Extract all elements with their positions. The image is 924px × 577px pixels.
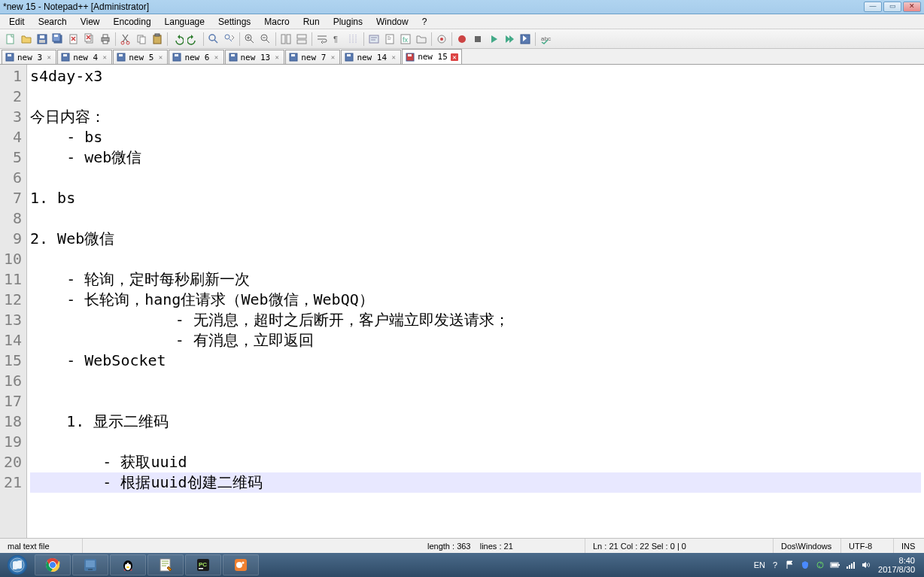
tray-volume-icon[interactable] (860, 560, 871, 570)
tab-close-icon[interactable]: ✕ (390, 53, 397, 61)
undo-icon[interactable] (170, 32, 185, 47)
file-tab[interactable]: new 15✕ (402, 49, 462, 64)
code-line[interactable]: - 轮询，定时每秒刷新一次 (30, 269, 921, 290)
tray-shield-icon[interactable] (800, 560, 810, 570)
code-line[interactable]: 今日内容： (30, 107, 921, 127)
stop-macro-icon[interactable] (470, 32, 485, 47)
file-tab[interactable]: new 14✕ (341, 50, 401, 64)
menu-view[interactable]: View (74, 15, 106, 29)
tab-close-icon[interactable]: ✕ (157, 53, 164, 61)
code-line[interactable] (30, 249, 921, 269)
menu-search[interactable]: Search (32, 15, 73, 29)
tab-close-icon[interactable]: ✕ (329, 53, 336, 61)
taskbar-qq-icon[interactable] (110, 554, 146, 575)
tray-network-icon[interactable] (845, 560, 856, 570)
open-file-icon[interactable] (19, 32, 34, 47)
taskbar-notepadpp-icon[interactable] (147, 554, 184, 575)
code-line[interactable] (30, 391, 921, 411)
tray-battery-icon[interactable] (830, 560, 840, 570)
sync-v-icon[interactable] (278, 32, 293, 47)
code-line[interactable] (30, 371, 921, 391)
menu-edit[interactable]: Edit (3, 15, 31, 29)
word-wrap-icon[interactable] (315, 32, 330, 47)
menu-?[interactable]: ? (416, 15, 433, 29)
taskbar-chrome-icon[interactable] (35, 554, 71, 575)
code-line[interactable] (30, 87, 921, 107)
maximize-button[interactable]: ▭ (883, 2, 901, 12)
cut-icon[interactable] (118, 32, 133, 47)
save-all-icon[interactable] (50, 32, 65, 47)
show-all-chars-icon[interactable]: ¶ (330, 32, 345, 47)
redo-icon[interactable] (186, 32, 201, 47)
code-line[interactable]: 1. bs (30, 188, 921, 208)
close-button[interactable]: ✕ (903, 2, 921, 12)
save-icon[interactable] (35, 32, 50, 47)
taskbar-vmware-icon[interactable] (72, 554, 108, 575)
tab-close-icon[interactable]: ✕ (273, 53, 281, 61)
tray-clock[interactable]: 8:40 2017/8/30 (875, 556, 918, 574)
tray-flag-icon[interactable] (785, 560, 795, 570)
code-line[interactable]: - WebSocket (30, 351, 921, 371)
menu-encoding[interactable]: Encoding (108, 15, 157, 29)
play-macro-icon[interactable] (486, 32, 501, 47)
code-line[interactable]: - web微信 (30, 147, 921, 168)
taskbar-pycharm-icon[interactable]: PC (185, 554, 221, 575)
code-line[interactable]: - 无消息，超时之后断开，客户端立即发送请求； (30, 310, 921, 330)
tray-lang[interactable]: EN (754, 560, 765, 569)
tab-close-icon[interactable]: ✕ (101, 53, 108, 61)
tab-close-icon[interactable]: ✕ (45, 53, 53, 61)
print-icon[interactable] (98, 32, 113, 47)
code-line[interactable] (30, 208, 921, 229)
code-line[interactable]: - 根据uuid创建二维码 (30, 472, 921, 493)
start-button[interactable] (2, 554, 33, 576)
close-all-icon[interactable] (82, 32, 97, 47)
code-content[interactable]: s4day-x3 今日内容： - bs - web微信 1. bs 2. Web… (27, 65, 924, 538)
editor-area[interactable]: 123456789101112131415161718192021 s4day-… (0, 65, 924, 538)
menu-macro[interactable]: Macro (258, 15, 295, 29)
play-multi-icon[interactable] (502, 32, 517, 47)
copy-icon[interactable] (134, 32, 149, 47)
folder-panel-icon[interactable] (414, 32, 429, 47)
tray-sync-icon[interactable] (815, 560, 825, 570)
new-file-icon[interactable] (3, 32, 18, 47)
menu-window[interactable]: Window (370, 15, 415, 29)
code-line[interactable]: 1. 显示二维码 (30, 411, 921, 432)
code-line[interactable] (30, 432, 921, 452)
menu-plugins[interactable]: Plugins (327, 15, 369, 29)
close-file-icon[interactable] (66, 32, 81, 47)
code-line[interactable]: - 有消息，立即返回 (30, 330, 921, 351)
file-tab[interactable]: new 3✕ (2, 50, 56, 64)
code-line[interactable]: 2. Web微信 (30, 229, 921, 249)
tab-close-icon[interactable]: ✕ (213, 53, 220, 61)
code-line[interactable]: s4day-x3 (30, 66, 921, 87)
replace-icon[interactable] (222, 32, 237, 47)
doc-map-icon[interactable] (382, 32, 397, 47)
file-tab[interactable]: new 13✕ (225, 50, 285, 64)
code-line[interactable]: - 获取uuid (30, 452, 921, 472)
code-line[interactable]: - 长轮询，hang住请求（Web微信，WebQQ） (30, 290, 921, 310)
file-tab[interactable]: new 6✕ (169, 50, 223, 64)
minimize-button[interactable]: — (864, 2, 882, 12)
udl-icon[interactable] (366, 32, 381, 47)
file-tab[interactable]: new 4✕ (57, 50, 112, 64)
tab-close-icon[interactable]: ✕ (451, 53, 458, 61)
record-macro-icon[interactable] (454, 32, 470, 47)
find-icon[interactable] (206, 32, 221, 47)
paste-icon[interactable] (150, 32, 165, 47)
func-list-icon[interactable]: fx (398, 32, 413, 47)
menu-settings[interactable]: Settings (212, 15, 257, 29)
file-tab[interactable]: new 5✕ (113, 50, 168, 64)
menu-run[interactable]: Run (297, 15, 326, 29)
zoom-out-icon[interactable] (258, 32, 273, 47)
code-line[interactable]: - bs (30, 127, 921, 147)
save-macro-icon[interactable] (518, 32, 533, 47)
sync-h-icon[interactable] (294, 32, 309, 47)
zoom-in-icon[interactable] (242, 32, 257, 47)
indent-guide-icon[interactable] (346, 32, 361, 47)
tray-help-icon[interactable]: ? (770, 560, 780, 570)
file-tab[interactable]: new 7✕ (285, 50, 340, 64)
monitor-icon[interactable] (434, 32, 449, 47)
taskbar-app-icon[interactable] (223, 554, 259, 575)
code-line[interactable] (30, 168, 921, 188)
spell-check-icon[interactable]: abc (538, 32, 553, 47)
